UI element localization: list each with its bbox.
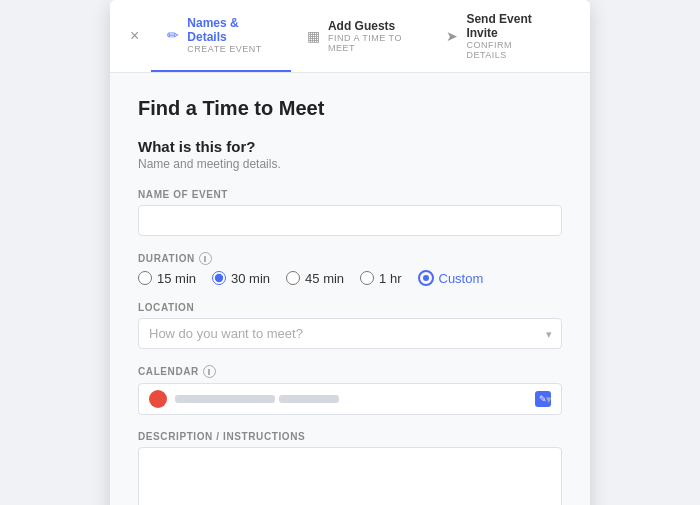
duration-30min[interactable]: 30 min (212, 271, 270, 286)
section-subtitle: Name and meeting details. (138, 157, 562, 171)
duration-custom[interactable]: Custom (418, 270, 484, 286)
duration-options: 15 min 30 min 45 min 1 hr Custom (138, 270, 562, 286)
calendar-info-icon[interactable]: i (203, 365, 216, 378)
calendar-field: Calendar i ✎ ▾ (138, 365, 562, 415)
duration-45min-label: 45 min (305, 271, 344, 286)
duration-15min-label: 15 min (157, 271, 196, 286)
step-add-guests[interactable]: ▦ Add Guests Find a Time to Meet (291, 0, 431, 72)
duration-30min-label: 30 min (231, 271, 270, 286)
description-field: Description / Instructions (138, 431, 562, 505)
step-send-invite[interactable]: ➤ Send Event Invite Confirm Details (430, 0, 570, 72)
duration-15min-radio[interactable] (138, 271, 152, 285)
modal-header: × ✏ Names & Details Create Event ▦ Add G… (110, 0, 590, 73)
calendar-select-wrapper: ✎ ▾ (138, 383, 562, 415)
step2-text: Add Guests Find a Time to Meet (328, 19, 415, 53)
calendar-text-block (175, 395, 529, 403)
steps-container: ✏ Names & Details Create Event ▦ Add Gue… (151, 0, 570, 72)
location-label: Location (138, 302, 562, 313)
step1-text: Names & Details Create Event (187, 16, 275, 54)
step2-sublabel: Find a Time to Meet (328, 33, 415, 53)
location-display[interactable]: How do you want to meet? (138, 318, 562, 349)
event-name-label: Name of Event (138, 189, 562, 200)
step3-sublabel: Confirm Details (466, 40, 554, 60)
duration-1hr[interactable]: 1 hr (360, 271, 401, 286)
duration-45min[interactable]: 45 min (286, 271, 344, 286)
duration-15min[interactable]: 15 min (138, 271, 196, 286)
description-textarea[interactable] (138, 447, 562, 505)
step1-label: Names & Details (187, 16, 275, 44)
duration-info-icon[interactable]: i (199, 252, 212, 265)
modal-container: × ✏ Names & Details Create Event ▦ Add G… (110, 0, 590, 505)
duration-field: Duration i 15 min 30 min 45 min (138, 252, 562, 286)
calendar-edit-icon[interactable]: ✎ (535, 391, 551, 407)
calendar-label: Calendar i (138, 365, 562, 378)
close-button[interactable]: × (130, 14, 151, 58)
description-label: Description / Instructions (138, 431, 562, 442)
step3-icon: ➤ (446, 28, 458, 44)
modal-body: Find a Time to Meet What is this for? Na… (110, 73, 590, 505)
step2-icon: ▦ (307, 28, 320, 44)
custom-label: Custom (439, 271, 484, 286)
section-title: What is this for? (138, 138, 562, 155)
step2-label: Add Guests (328, 19, 415, 33)
duration-30min-radio[interactable] (212, 271, 226, 285)
duration-45min-radio[interactable] (286, 271, 300, 285)
duration-1hr-radio[interactable] (360, 271, 374, 285)
duration-1hr-label: 1 hr (379, 271, 401, 286)
event-name-field: Name of Event (138, 189, 562, 236)
location-select-wrapper: How do you want to meet? ▾ (138, 318, 562, 349)
calendar-display[interactable]: ✎ (138, 383, 562, 415)
duration-label: Duration i (138, 252, 562, 265)
step1-icon: ✏ (167, 27, 179, 43)
page-title: Find a Time to Meet (138, 97, 562, 120)
calendar-color-dot (149, 390, 167, 408)
calendar-text-bar-1 (175, 395, 275, 403)
step1-sublabel: Create Event (187, 44, 275, 54)
step-names-details[interactable]: ✏ Names & Details Create Event (151, 0, 291, 72)
step3-label: Send Event Invite (466, 12, 554, 40)
custom-radio-icon (418, 270, 434, 286)
calendar-text-bar-2 (279, 395, 339, 403)
step3-text: Send Event Invite Confirm Details (466, 12, 554, 60)
event-name-input[interactable] (138, 205, 562, 236)
location-field: Location How do you want to meet? ▾ (138, 302, 562, 349)
